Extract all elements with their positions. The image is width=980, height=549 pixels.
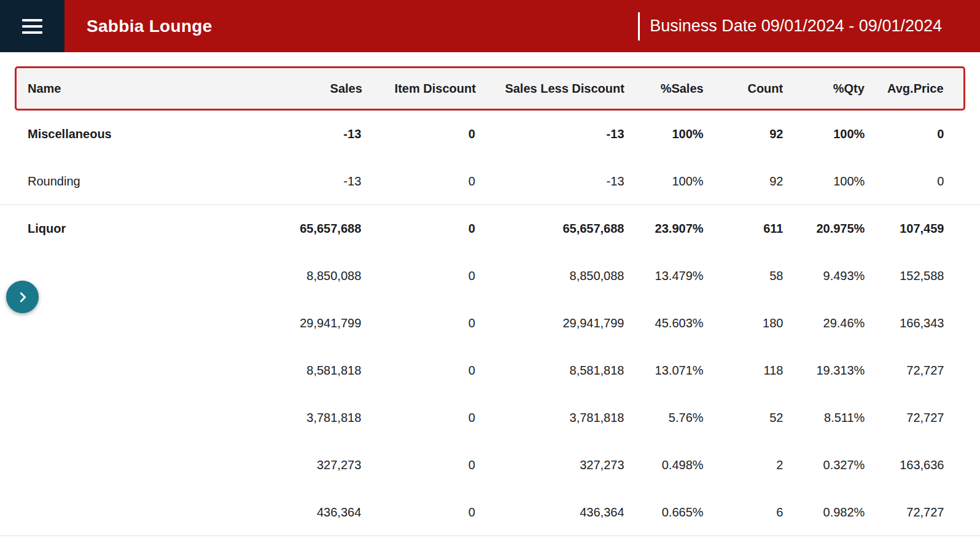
row-item-discount: 0 (361, 364, 475, 378)
row-pct-qty: 20.975% (783, 222, 865, 236)
row-pct-qty: 29.46% (783, 316, 865, 330)
row-item-discount: 0 (361, 222, 475, 236)
row-count: 92 (704, 127, 784, 141)
row-sales-less-discount: -13 (475, 174, 624, 189)
row-count: 52 (704, 411, 784, 425)
row-pct-sales: 100% (624, 127, 704, 141)
business-date-group: Business Date 09/01/2024 - 09/01/2024 (638, 0, 980, 52)
table-row[interactable]: Rounding -13 0 -13 100% 92 100% 0 (0, 158, 980, 205)
row-pct-sales: 13.071% (624, 364, 704, 378)
col-header-item-discount[interactable]: Item Discount (362, 82, 476, 96)
row-sales-less-discount: 29,941,799 (475, 316, 624, 330)
header-divider (638, 12, 640, 41)
row-item-discount: 0 (361, 316, 475, 330)
row-pct-sales: 13.479% (624, 269, 704, 283)
chevron-right-icon (16, 290, 29, 304)
row-pct-qty: 100% (783, 127, 865, 141)
row-pct-sales: 23.907% (624, 222, 704, 236)
row-pct-qty: 0.982% (783, 505, 865, 520)
col-header-sales-less-discount[interactable]: Sales Less Discount (476, 82, 624, 96)
app-header: Sabbia Lounge Business Date 09/01/2024 -… (0, 0, 980, 52)
table-row[interactable]: 327,273 0 327,273 0.498% 2 0.327% 163,63… (0, 442, 980, 489)
row-count: 180 (704, 316, 784, 330)
row-sales: 436,364 (189, 505, 361, 520)
row-name: Miscellaneous (15, 127, 189, 141)
row-avg-price: 72,727 (865, 505, 944, 520)
row-count: 58 (704, 269, 784, 283)
row-name: Liquor (15, 222, 189, 236)
table-row[interactable]: 8,581,818 0 8,581,818 13.071% 118 19.313… (0, 347, 980, 394)
table-row[interactable]: 8,850,088 0 8,850,088 13.479% 58 9.493% … (0, 252, 980, 300)
col-header-avg-price[interactable]: Avg.Price (865, 82, 944, 96)
table-body: Miscellaneous -13 0 -13 100% 92 100% 0 R… (0, 111, 980, 536)
row-item-discount: 0 (361, 127, 475, 141)
row-sales: 8,850,088 (189, 269, 361, 283)
row-pct-qty: 9.493% (783, 269, 865, 283)
row-avg-price: 107,459 (865, 222, 944, 236)
row-sales-less-discount: 65,657,688 (475, 222, 624, 236)
row-pct-qty: 100% (783, 174, 865, 189)
hamburger-icon (22, 19, 42, 34)
row-count: 118 (704, 364, 784, 378)
row-count: 611 (704, 222, 784, 236)
row-pct-sales: 45.603% (624, 316, 704, 330)
row-avg-price: 72,727 (865, 411, 944, 425)
row-item-discount: 0 (361, 174, 475, 189)
row-sales-less-discount: 327,273 (475, 458, 624, 472)
row-avg-price: 0 (865, 127, 944, 141)
row-avg-price: 0 (865, 174, 944, 189)
row-sales-less-discount: 3,781,818 (475, 411, 624, 425)
row-pct-sales: 0.498% (624, 458, 704, 472)
table-row[interactable]: Liquor 65,657,688 0 65,657,688 23.907% 6… (0, 205, 980, 252)
page-title: Sabbia Lounge (87, 17, 212, 36)
row-item-discount: 0 (361, 269, 475, 283)
row-sales-less-discount: -13 (475, 127, 624, 141)
table-row[interactable]: 436,364 0 436,364 0.665% 6 0.982% 72,727 (0, 489, 980, 536)
table-row[interactable]: 3,781,818 0 3,781,818 5.76% 52 8.511% 72… (0, 394, 980, 442)
row-count: 2 (704, 458, 784, 472)
table-header-row: Name Sales Item Discount Sales Less Disc… (15, 66, 965, 111)
row-item-discount: 0 (361, 505, 475, 520)
expand-button[interactable] (6, 281, 39, 313)
table-row[interactable]: 29,941,799 0 29,941,799 45.603% 180 29.4… (0, 300, 980, 347)
row-avg-price: 152,588 (865, 269, 944, 283)
row-pct-qty: 8.511% (783, 411, 865, 425)
report-area: Name Sales Item Discount Sales Less Disc… (0, 66, 980, 536)
col-header-pct-sales[interactable]: %Sales (624, 82, 704, 96)
table-row[interactable]: Miscellaneous -13 0 -13 100% 92 100% 0 (0, 111, 980, 158)
col-header-count[interactable]: Count (704, 82, 784, 96)
col-header-name[interactable]: Name (17, 82, 191, 96)
row-sales: 8,581,818 (189, 364, 361, 378)
row-name: Rounding (15, 174, 189, 189)
row-pct-qty: 0.327% (783, 458, 865, 472)
row-sales: 29,941,799 (189, 316, 361, 330)
row-sales-less-discount: 8,581,818 (475, 364, 624, 378)
row-avg-price: 166,343 (865, 316, 944, 330)
row-count: 92 (704, 174, 784, 189)
row-sales: 3,781,818 (189, 411, 361, 425)
row-sales-less-discount: 8,850,088 (475, 269, 624, 283)
row-pct-sales: 5.76% (624, 411, 704, 425)
business-date: Business Date 09/01/2024 - 09/01/2024 (650, 17, 942, 36)
menu-button[interactable] (0, 0, 64, 52)
row-sales: -13 (189, 127, 361, 141)
row-pct-qty: 19.313% (783, 364, 865, 378)
row-sales: 65,657,688 (189, 222, 361, 236)
row-count: 6 (704, 505, 784, 520)
col-header-sales[interactable]: Sales (191, 82, 362, 96)
row-item-discount: 0 (361, 458, 475, 472)
row-sales: 327,273 (189, 458, 361, 472)
col-header-pct-qty[interactable]: %Qty (783, 82, 865, 96)
row-item-discount: 0 (361, 411, 475, 425)
row-avg-price: 72,727 (865, 364, 944, 378)
row-pct-sales: 100% (624, 174, 704, 189)
row-pct-sales: 0.665% (624, 505, 704, 520)
row-avg-price: 163,636 (865, 458, 944, 472)
row-sales: -13 (189, 174, 361, 189)
row-sales-less-discount: 436,364 (475, 505, 624, 520)
